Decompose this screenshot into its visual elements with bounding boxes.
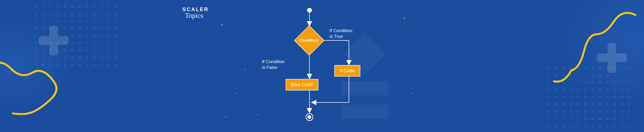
condition-label: Condition [294, 25, 324, 55]
squiggle-left-decoration [0, 60, 64, 124]
if-code-box: if Code [334, 65, 360, 77]
else-code-box: Else Code [286, 79, 319, 90]
if-else-flowchart: Condition If Conditionis True If Conditi… [252, 6, 392, 126]
flowchart-condition-diamond: Condition [294, 25, 324, 55]
flowchart-start-node [307, 8, 312, 13]
false-branch-label: If Conditionis False [262, 59, 285, 70]
squiggle-right-decoration [550, 11, 640, 88]
flowchart-end-node [306, 113, 313, 121]
logo-sub-text: Topics [185, 11, 209, 19]
scaler-topics-logo: SCALER Topics [182, 6, 209, 19]
true-branch-label: If Conditionis True [330, 28, 352, 39]
